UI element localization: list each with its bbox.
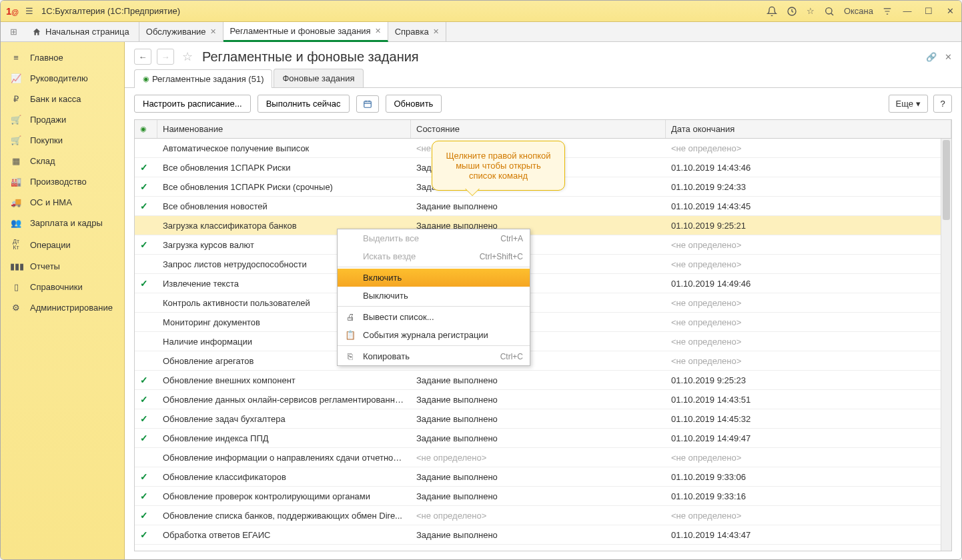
sidebar-item-warehouse[interactable]: ▦Склад [1,151,124,171]
menu-enable[interactable]: Включить [338,269,530,287]
sidebar-item-purchases[interactable]: 🛒Покупки [1,130,124,151]
check-icon: ✓ [140,375,148,385]
table-row[interactable]: Обновление информации о направлениях сда… [135,448,951,467]
table-row[interactable]: ✓Обновление индекса ППДЗадание выполнено… [135,429,951,448]
star-icon[interactable]: ☆ [807,6,815,16]
search-icon[interactable] [824,6,835,17]
table-row[interactable]: Загрузка классификатора банковЗадание вы… [135,216,951,235]
calendar-icon-button[interactable] [356,95,379,113]
back-button[interactable]: ← [134,49,151,65]
subtab-scheduled[interactable]: ◉ Регламентные задания (51) [134,69,272,88]
mini-tabs-icon[interactable]: ⊞ [5,27,23,37]
table-row[interactable]: Наличие информации<не определено><не опр… [135,332,951,351]
truck-icon: 🚚 [10,197,22,207]
help-button[interactable]: ? [933,95,952,113]
menu-disable[interactable]: Выключить [338,287,530,305]
table-row[interactable]: Запрос листов нетрудоспособности<не опре… [135,255,951,274]
column-status[interactable]: ◉ [135,120,157,138]
forward-button[interactable]: → [157,49,174,65]
row-date: 01.10.2019 9:24:33 [666,182,951,192]
table-row[interactable]: ✓Обновление задач бухгалтераЗадание выпо… [135,409,951,429]
row-state: <не определено> [411,453,666,463]
favorite-icon[interactable]: ☆ [182,49,193,64]
separator [338,267,530,267]
boxes-icon: ▦ [10,156,22,166]
row-status: ✓ [135,491,157,501]
cart-icon: 🛒 [10,135,22,145]
row-name: Обновление классификаторов [157,472,411,482]
menu-select-all[interactable]: Выделить все Ctrl+A [338,229,530,247]
subtab-background[interactable]: Фоновые задания [274,69,363,87]
history-icon[interactable] [787,6,797,17]
row-status: ✓ [135,278,157,289]
svg-rect-2 [364,101,371,107]
row-status: ✓ [135,394,157,405]
column-name[interactable]: Наименование [157,120,411,138]
row-date: <не определено> [666,511,951,521]
column-date[interactable]: Дата окончания [666,120,951,138]
sidebar-item-catalogs[interactable]: ▯Справочники [1,277,124,297]
sidebar-item-hr[interactable]: 👥Зарплата и кадры [1,213,124,233]
sidebar-item-main[interactable]: ≡Главное [1,47,124,68]
refresh-button[interactable]: Обновить [386,95,442,113]
sidebar-item-production[interactable]: 🏭Производство [1,171,124,192]
table-row[interactable]: Контроль активности пользователей<не опр… [135,293,951,313]
sidebar-item-reports[interactable]: ▮▮▮Отчеты [1,256,124,277]
filter-icon[interactable] [883,7,892,16]
close-page-icon[interactable]: ✕ [945,52,952,62]
maximize-button[interactable]: ☐ [923,6,935,16]
row-name: Обновление списка банков, поддерживающих… [157,511,411,521]
table-row[interactable]: Мониторинг документов<не определено><не … [135,313,951,332]
table-row[interactable]: ✓Обновление списка банков, поддерживающи… [135,506,951,525]
tab-scheduled-jobs[interactable]: Регламентные и фоновые задания ✕ [223,22,388,42]
table-row[interactable]: ✓Обновление проверок контролирующими орг… [135,487,951,506]
table-row[interactable]: ✓Загрузка курсов валют<не определено><не… [135,235,951,255]
schedule-button[interactable]: Настроить расписание... [134,95,251,113]
row-name: Все обновления 1СПАРК Риски (срочные) [157,182,411,192]
row-date: 01.10.2019 14:45:32 [666,414,951,424]
table-body: Автоматическое получение выписок<не опре… [135,139,951,551]
close-icon[interactable]: ✕ [433,27,439,36]
home-tab[interactable]: Начальная страница [23,22,139,42]
sidebar-item-bank[interactable]: ₽Банк и касса [1,89,124,109]
svg-point-1 [826,7,832,13]
user-label[interactable]: Оксана [844,6,873,16]
bell-icon[interactable] [767,6,777,17]
table-row[interactable]: ✓Обновление данных онлайн-сервисов регла… [135,390,951,409]
table-row[interactable]: ✓Обновление классификаторовЗадание выпол… [135,467,951,487]
minimize-button[interactable]: — [901,6,913,16]
table-row[interactable]: ✓Обновление внешних компонентЗадание вып… [135,371,951,390]
sidebar-item-manager[interactable]: 📈Руководителю [1,68,124,89]
table-row[interactable]: ✓Извлечение текстаЗадание выполнено01.10… [135,274,951,293]
scroll-thumb[interactable] [943,140,950,220]
scrollbar[interactable] [941,139,951,551]
column-state[interactable]: Состояние [411,120,666,138]
hamburger-icon[interactable]: ☰ [25,6,33,16]
link-icon[interactable]: 🔗 [926,52,937,62]
menu-search-everywhere[interactable]: Искать везде Ctrl+Shift+C [338,247,530,265]
menu-copy[interactable]: ⎘ Копировать Ctrl+C [338,347,530,365]
sidebar-item-assets[interactable]: 🚚ОС и НМА [1,192,124,213]
close-icon[interactable]: ✕ [210,27,216,36]
subtabs: ◉ Регламентные задания (51) Фоновые зада… [125,69,961,88]
menu-export-list[interactable]: 🖨 Вывести список... [338,308,530,326]
gear-icon: ⚙ [10,303,22,313]
tab-help[interactable]: Справка ✕ [388,22,446,42]
table-row[interactable]: ✓Все обновления новостейЗадание выполнен… [135,197,951,216]
row-state: Задание выполнено [411,472,666,482]
row-name: Обновление внешних компонент [157,375,411,385]
close-button[interactable]: ✕ [944,6,956,16]
close-icon[interactable]: ✕ [375,27,381,35]
sidebar-item-operations[interactable]: ДтКтОперации [1,233,124,256]
logo-1c: 1@ [6,5,19,17]
tab-maintenance[interactable]: Обслуживание ✕ [139,22,223,42]
more-button[interactable]: Еще▾ [889,95,928,113]
sidebar-item-admin[interactable]: ⚙Администрирование [1,297,124,318]
menu-log-events[interactable]: 📋 События журнала регистрации [338,326,530,344]
check-icon: ✓ [140,413,148,424]
table-row[interactable]: ✓Обработка ответов ЕГАИСЗадание выполнен… [135,525,951,545]
run-now-button[interactable]: Выполнить сейчас [258,95,350,113]
table-row[interactable]: Обновление агрегатов<не определено><не о… [135,351,951,371]
sidebar-item-sales[interactable]: 🛒Продажи [1,109,124,130]
row-status: ✓ [135,529,157,540]
